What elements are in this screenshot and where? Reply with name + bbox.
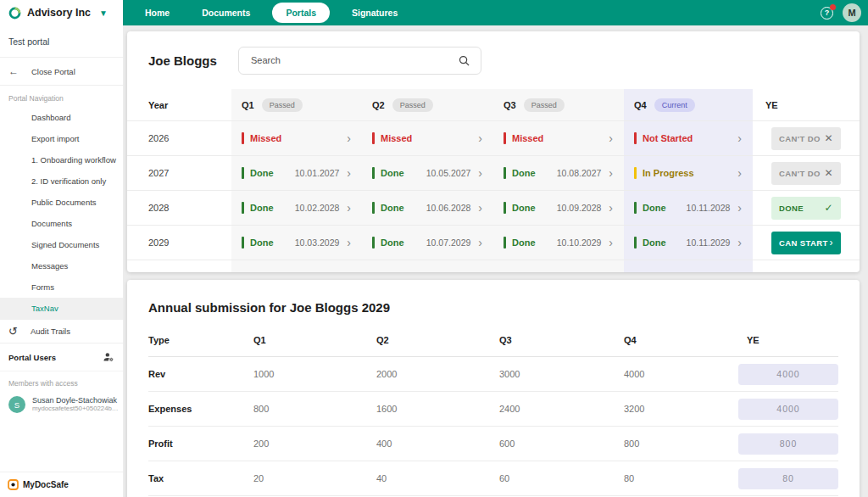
sidebar-item-2-id-verification-only[interactable]: 2. ID verification only — [0, 170, 123, 192]
sidebar-footer: MyDocSafe — [0, 472, 123, 497]
sidebar-item-audit-trails[interactable]: ↺ Audit Trails — [0, 320, 123, 343]
sidebar-item-public-documents[interactable]: Public Documents — [0, 192, 123, 213]
status-bar — [504, 202, 506, 214]
ye-action-button-2028[interactable]: DONE✓ — [771, 197, 841, 220]
back-arrow-icon: ← — [8, 65, 19, 77]
year-cell: 2029 — [127, 226, 231, 260]
tab-signatures[interactable]: Signatures — [342, 3, 408, 22]
org-switcher[interactable]: Advisory Inc ▼ — [0, 0, 123, 25]
annual-value-q4: 3200 — [624, 404, 747, 414]
ye-action-button-2029[interactable]: CAN START› — [771, 232, 841, 254]
status-bar — [372, 167, 375, 179]
quarter-status-cell-2026-q3[interactable]: Missed› — [493, 121, 624, 155]
quarter-status-cell-2027-q2[interactable]: Done10.05.2027› — [362, 156, 493, 190]
status-label: Not Started — [643, 133, 693, 143]
search-box[interactable] — [238, 47, 481, 75]
close-portal-button[interactable]: ← Close Portal — [0, 58, 123, 86]
quarter-status-cell-2028-q1[interactable]: Done10.02.2028› — [231, 191, 362, 225]
annual-type-cell: Rev — [148, 369, 253, 379]
sidebar: Test portal ← Close Portal Portal Naviga… — [0, 25, 123, 497]
ye-action-button-2027[interactable]: CAN'T DO✕ — [771, 162, 841, 185]
manage-users-icon[interactable] — [103, 351, 114, 363]
ye-action-button-2026[interactable]: CAN'T DO✕ — [771, 127, 841, 150]
user-avatar[interactable]: M — [843, 3, 861, 22]
status-bar — [634, 167, 637, 179]
annual-row-expenses: Expenses8001600240032004000 — [148, 392, 838, 427]
quarter-status-cell-2026-q2[interactable]: Missed› — [362, 121, 493, 155]
help-icon[interactable]: ? — [821, 7, 833, 20]
status-bar — [504, 132, 506, 144]
ye-column-header: YE — [753, 89, 860, 120]
tab-portals[interactable]: Portals — [272, 3, 330, 23]
audit-trails-label: Audit Trails — [31, 327, 70, 336]
chevron-right-icon: › — [347, 238, 351, 247]
status-label: Done — [643, 203, 666, 213]
sidebar-item-dashboard[interactable]: Dashboard — [0, 107, 123, 128]
sidebar-item-documents[interactable]: Documents — [0, 213, 123, 234]
status-label: Missed — [512, 133, 543, 143]
quarter-status-cell-2028-q4[interactable]: Done10.11.2028› — [624, 191, 753, 225]
quarter-status-cell-2026-q1[interactable]: Missed› — [231, 121, 362, 155]
ye-button-label: CAN START — [779, 238, 828, 248]
tax-table-header: YearQ1PassedQ2PassedQ3PassedQ4CurrentYE — [127, 89, 860, 121]
annual-type-cell: Expenses — [148, 404, 253, 414]
status-bar — [242, 202, 244, 214]
annual-header-row: TypeQ1Q2Q3Q4YE — [148, 335, 838, 357]
quarter-status-cell-2029-q2[interactable]: Done10.07.2029› — [362, 226, 493, 260]
search-icon[interactable] — [458, 54, 470, 67]
strip-cell — [362, 260, 493, 272]
annual-value-q1: 800 — [253, 404, 376, 414]
member-row[interactable]: S Susan Doyle-Stachowiak mydocsafetest50… — [0, 393, 123, 416]
annual-row-tax: Tax2040608080 — [148, 461, 838, 496]
quarter-status-cell-2029-q3[interactable]: Done10.10.2029› — [493, 226, 624, 260]
year-cell: 2027 — [127, 156, 231, 190]
tab-home[interactable]: Home — [135, 3, 180, 22]
chevron-right-icon: › — [478, 238, 482, 247]
portal-users-row[interactable]: Portal Users — [0, 343, 123, 371]
sidebar-item-forms[interactable]: Forms — [0, 276, 123, 298]
status-bar — [504, 237, 506, 248]
ye-cell: CAN START› — [753, 226, 860, 260]
sidebar-item-messages[interactable]: Messages — [0, 255, 123, 276]
annual-ye-pill: 80 — [738, 468, 838, 489]
portal-name: Test portal — [0, 25, 123, 58]
quarter-status-cell-2029-q1[interactable]: Done10.03.2029› — [231, 226, 362, 260]
ye-label: YE — [753, 100, 860, 110]
chevron-right-icon: › — [609, 238, 613, 247]
portal-users-label: Portal Users — [8, 353, 56, 362]
strip-cell — [624, 260, 753, 272]
sidebar-item-taxnav[interactable]: TaxNav — [0, 298, 123, 319]
quarter-status-cell-2028-q2[interactable]: Done10.06.2028› — [362, 191, 493, 225]
sidebar-item-1-onboarding-workflow[interactable]: 1. Onboarding workflow — [0, 149, 123, 170]
tax-overview-card: Joe Bloggs YearQ1PassedQ2PassedQ3PassedQ… — [127, 31, 860, 272]
quarter-status-cell-2028-q3[interactable]: Done10.09.2028› — [493, 191, 624, 225]
sidebar-item-signed-documents[interactable]: Signed Documents — [0, 234, 123, 255]
ye-cell: CAN'T DO✕ — [753, 121, 860, 155]
quarter-status-cell-2027-q3[interactable]: Done10.08.2027› — [493, 156, 624, 190]
quarter-status-cell-2027-q1[interactable]: Done10.01.2027› — [231, 156, 362, 190]
history-icon: ↺ — [8, 327, 18, 336]
quarter-header-q3: Q3Passed — [493, 89, 624, 120]
annual-value-q1: 20 — [253, 473, 376, 483]
member-name: Susan Doyle-Stachowiak — [32, 396, 120, 405]
portal-nav-list: DashboardExport import1. Onboarding work… — [0, 107, 123, 319]
tab-documents[interactable]: Documents — [192, 3, 260, 22]
sidebar-item-export-import[interactable]: Export import — [0, 128, 123, 149]
status-bar — [242, 132, 244, 144]
status-date: 10.11.2029 — [687, 237, 731, 248]
check-icon: ✓ — [825, 202, 833, 214]
ye-cell: CAN'T DO✕ — [753, 156, 860, 190]
ye-cell: DONE✓ — [753, 191, 860, 225]
chevron-right-icon: › — [347, 204, 351, 212]
status-label: Done — [512, 168, 536, 178]
status-date: 10.02.2028 — [295, 203, 340, 213]
chevron-right-icon: › — [609, 169, 613, 177]
quarter-status-cell-2027-q4[interactable]: In Progress› — [624, 156, 753, 190]
quarter-status-cell-2026-q4[interactable]: Not Started› — [624, 121, 753, 155]
chevron-right-icon: › — [609, 204, 613, 212]
quarter-status-badge: Passed — [524, 98, 565, 112]
search-input[interactable] — [249, 54, 458, 66]
annual-value-q3: 2400 — [499, 404, 624, 414]
quarter-status-cell-2029-q4[interactable]: Done10.11.2029› — [624, 226, 753, 260]
strip-cell — [753, 260, 860, 272]
